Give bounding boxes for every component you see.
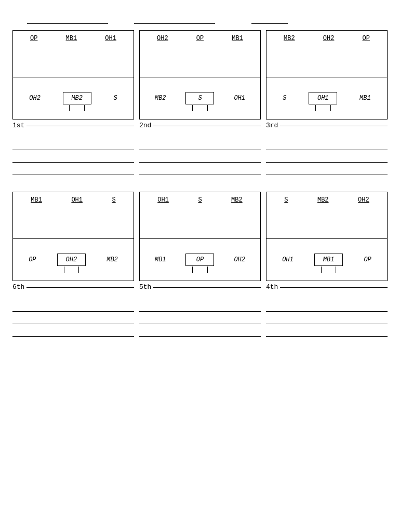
front-pos-2: S — [112, 196, 116, 204]
back-row-positions: SOH1MB1 — [266, 92, 387, 104]
back-left: OH1 — [282, 256, 294, 263]
back-row-positions: OPOH2MB2 — [13, 254, 134, 266]
note-lines — [266, 303, 388, 337]
rotation-line — [26, 286, 134, 288]
rotation-number: 6th — [12, 283, 24, 291]
note-line-2[interactable] — [12, 328, 134, 337]
rotation-number: 5th — [139, 283, 151, 291]
court-bottom: SOH1MB1 — [266, 77, 387, 119]
setter-box: MB2 — [63, 92, 91, 104]
note-line-2[interactable] — [266, 328, 388, 337]
rotation-label-row: 2nd — [139, 122, 261, 129]
court-top: OH2OPMB1 — [140, 31, 260, 77]
court-2nd: OH2OPMB1MB2SOH1 — [139, 30, 261, 119]
info-row — [12, 16, 388, 24]
rotations-row-2: MB1OH1SOPOH2MB26thOH1SMB2MB1OPOH25thSMB2… — [12, 192, 388, 291]
setter-box: OH2 — [57, 254, 86, 266]
note-lines — [266, 142, 388, 175]
note-lines — [12, 303, 134, 337]
court-3rd: MB2OH2OPSOH1MB1 — [266, 30, 388, 119]
setter-box: MB1 — [314, 254, 343, 266]
front-row-labels: SMB2OH2 — [266, 194, 387, 204]
date-section — [251, 16, 288, 24]
back-row-positions: OH1MB1OP — [266, 254, 387, 266]
rotation-label-row: 3rd — [266, 122, 388, 129]
front-pos-0: OH2 — [157, 35, 168, 42]
court-top: MB1OH1S — [13, 192, 134, 239]
note-line-1[interactable] — [266, 154, 388, 163]
note-line-0[interactable] — [139, 303, 261, 312]
front-pos-2: MB2 — [231, 196, 243, 204]
note-lines — [139, 142, 261, 175]
note-line-0[interactable] — [266, 142, 388, 150]
front-pos-2: OH2 — [358, 196, 369, 204]
rotation-label-row: 1st — [12, 122, 134, 129]
back-right: MB1 — [359, 95, 371, 102]
back-left: OP — [29, 256, 36, 263]
court-top: SMB2OH2 — [266, 192, 387, 239]
back-right: OH2 — [234, 256, 245, 263]
front-row-labels: MB2OH2OP — [266, 33, 387, 42]
front-row-labels: OPMB1OH1 — [13, 33, 134, 42]
court-5th: OH1SMB2MB1OPOH2 — [139, 192, 261, 281]
note-line-0[interactable] — [12, 303, 134, 312]
note-line-2[interactable] — [139, 167, 261, 175]
court-top: OPMB1OH1 — [13, 31, 134, 77]
setter-box: OP — [185, 254, 214, 266]
note-lines-block — [266, 138, 388, 175]
front-pos-0: S — [284, 196, 288, 204]
note-lines-block — [12, 138, 134, 175]
note-lines-block — [139, 138, 261, 175]
note-lines-row-1 — [12, 138, 388, 175]
note-line-1[interactable] — [139, 316, 261, 324]
court-6th: MB1OH1SOPOH2MB2 — [12, 192, 134, 281]
back-right: OH1 — [234, 95, 245, 102]
team-field[interactable] — [27, 16, 108, 24]
front-pos-0: OH1 — [157, 196, 169, 204]
rotation-block-4th: SMB2OH2OH1MB1OP4th — [266, 192, 388, 291]
court-bottom: OH2MB2S — [13, 77, 134, 119]
court-top: OH1SMB2 — [140, 192, 260, 239]
court-bottom: OH1MB1OP — [266, 239, 387, 281]
front-pos-1: OP — [196, 35, 204, 42]
note-line-2[interactable] — [266, 167, 388, 175]
note-line-1[interactable] — [12, 154, 134, 163]
front-pos-2: MB1 — [232, 35, 243, 42]
note-lines — [139, 303, 261, 337]
note-line-1[interactable] — [12, 316, 134, 324]
note-line-2[interactable] — [139, 328, 261, 337]
rotation-block-3rd: MB2OH2OPSOH1MB13rd — [266, 30, 388, 129]
note-line-0[interactable] — [266, 303, 388, 312]
note-lines-block — [139, 299, 261, 337]
back-row-positions: MB1OPOH2 — [140, 254, 260, 266]
rotation-line — [280, 125, 388, 126]
vs-label — [18, 16, 22, 24]
back-left: OH2 — [29, 95, 41, 102]
location-section — [134, 16, 215, 24]
court-bottom: MB2SOH1 — [140, 77, 260, 119]
rotation-line — [280, 286, 388, 288]
rotation-number: 1st — [12, 122, 24, 129]
back-left: S — [283, 95, 286, 102]
front-pos-0: MB1 — [31, 196, 42, 204]
rotation-label-row: 5th — [139, 283, 261, 291]
note-line-0[interactable] — [12, 142, 134, 150]
front-row-labels: OH1SMB2 — [140, 194, 260, 204]
note-line-1[interactable] — [139, 154, 261, 163]
rotation-number: 2nd — [139, 122, 151, 129]
rotation-label-row: 4th — [266, 283, 388, 291]
rotation-block-2nd: OH2OPMB1MB2SOH12nd — [139, 30, 261, 129]
back-left: MB1 — [155, 256, 166, 263]
court-4th: SMB2OH2OH1MB1OP — [266, 192, 388, 281]
location-field[interactable] — [134, 16, 215, 24]
back-row-positions: OH2MB2S — [13, 92, 134, 104]
front-pos-2: OP — [363, 35, 370, 42]
rotation-block-1st: OPMB1OH1OH2MB2S1st — [12, 30, 134, 129]
date-field[interactable] — [251, 16, 288, 24]
front-pos-2: OH1 — [105, 35, 116, 42]
note-line-0[interactable] — [139, 142, 261, 150]
note-line-2[interactable] — [12, 167, 134, 175]
note-line-1[interactable] — [266, 316, 388, 324]
court-bottom: MB1OPOH2 — [140, 239, 260, 281]
back-right: MB2 — [106, 256, 118, 263]
